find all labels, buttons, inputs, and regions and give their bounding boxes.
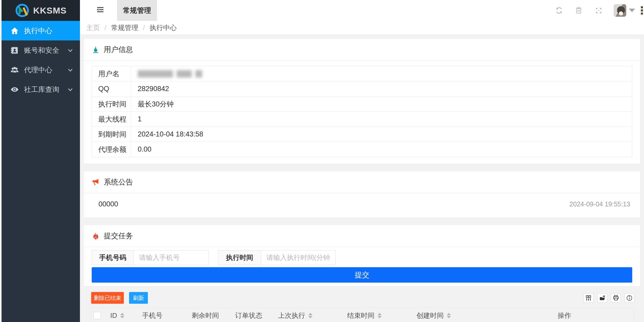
trash-icon[interactable] [575,7,582,14]
user-info-header: 用户信息 [84,39,640,61]
column-label: 创建时间 [416,311,444,320]
sort-icon[interactable] [378,313,382,318]
columns-filter-icon[interactable] [584,293,594,303]
user-info-card: 用户信息 用户名 QQ 28290842 执行时间 [84,39,640,164]
tab-general-management[interactable]: 常规管理 [117,0,157,21]
breadcrumb-home[interactable]: 主页 [86,23,100,32]
sort-icon[interactable] [120,313,124,318]
phone-label: 手机号码 [92,250,134,265]
table-header-row: ID 手机号 剩余时间 订单状态 上次执行 结束时间 [91,308,634,322]
sidebar-item-account-security[interactable]: 账号和安全 [2,40,80,60]
task-table-region: 删除已结束 刷新 [91,286,634,322]
column-header-remaining: 剩余时间 [192,311,235,320]
breadcrumb: 主页 / 常规管理 / 执行中心 [80,21,644,35]
print-icon[interactable] [611,293,621,303]
breadcrumb-general[interactable]: 常规管理 [111,23,138,32]
chevron-down-icon [67,87,73,92]
table-row: 代理余额 0.00 [92,142,632,157]
table-tools [584,293,634,303]
sidebar-item-exec-center[interactable]: 执行中心 [2,21,80,40]
refresh-icon[interactable] [555,7,563,14]
chevron-down-icon [67,47,73,53]
megaphone-icon [92,178,100,186]
column-header-create-time[interactable]: 创建时间 [416,311,495,320]
row-value-redacted [131,66,632,81]
card-title: 系统公告 [104,177,133,187]
info-icon[interactable] [624,293,634,303]
column-label: 上次执行 [278,311,305,320]
row-value: 最长30分钟 [131,97,632,112]
home-icon [10,27,19,35]
submit-button[interactable]: 提交 [92,267,632,283]
table-row: 最大线程 1 [92,112,632,127]
users-icon [10,66,19,74]
breadcrumb-exec-center: 执行中心 [149,23,177,32]
sidebar-item-label: 代理中心 [24,65,52,75]
avatar[interactable] [614,4,626,17]
eye-icon [10,85,19,94]
more-dots-icon[interactable] [641,6,643,15]
row-value: 28290842 [131,81,632,97]
column-header-last-exec[interactable]: 上次执行 [278,311,347,320]
fullscreen-icon[interactable] [595,7,602,14]
menu-collapse-icon[interactable] [97,7,103,14]
row-label: 最大线程 [92,112,131,127]
user-info-table: 用户名 QQ 28290842 执行时间 最长30分钟 最大线程 [92,66,632,157]
column-label: 结束时间 [347,311,374,320]
window-edge [0,0,2,322]
column-label: 操作 [558,311,571,320]
sidebar-item-agent-center[interactable]: 代理中心 [2,60,80,80]
exec-time-label: 执行时间 [218,250,261,265]
table-row: QQ 28290842 [92,81,632,97]
card-title: 提交任务 [104,231,133,241]
table-row: 用户名 [92,66,632,81]
export-icon[interactable] [597,293,607,303]
column-label: 剩余时间 [192,311,219,320]
row-label: 到期时间 [92,127,131,142]
task-form-row: 手机号码 执行时间 [92,250,632,265]
column-header-action: 操作 [495,311,634,320]
breadcrumb-separator: / [105,24,106,32]
table-row: 到期时间 2024-10-04 18:43:58 [92,127,632,142]
column-header-id[interactable]: ID [110,312,142,320]
refresh-button[interactable]: 刷新 [129,292,148,304]
kksms-logo-icon [15,3,30,18]
column-header-end-time[interactable]: 结束时间 [347,311,416,320]
topbar-right [555,0,644,21]
select-all-checkbox[interactable] [94,312,101,319]
app-title: KKSMS [33,5,67,16]
leaf-flame-icon [92,46,100,53]
sidebar: KKSMS 执行中心 账号和安全 代理中心 社工库查询 [2,0,80,322]
sidebar-item-label: 执行中心 [24,26,52,35]
column-header-phone: 手机号 [142,311,192,320]
announcement-card: 系统公告 00000 2024-09-04 19:55:13 [84,171,640,218]
announcement-content: 00000 [92,200,118,208]
address-book-icon [10,46,19,54]
column-label: ID [110,312,117,320]
row-value: 1 [131,112,632,127]
page-content: 用户信息 用户名 QQ 28290842 执行时间 [80,35,644,322]
delete-finished-button[interactable]: 删除已结束 [91,292,124,304]
row-label: 代理余额 [92,142,131,157]
exec-time-input[interactable] [261,250,336,265]
table-row: 执行时间 最长30分钟 [92,97,632,112]
caret-down-icon[interactable] [629,9,635,12]
row-label: 用户名 [92,66,131,81]
exec-time-input-group: 执行时间 [218,250,336,265]
redacted-username [138,70,632,77]
sidebar-item-label: 账号和安全 [24,46,59,55]
submit-task-card: 提交任务 手机号码 执行时间 提交 [84,225,640,286]
chevron-down-icon [67,67,73,73]
flame-icon [92,232,100,240]
column-label: 手机号 [142,311,163,320]
column-header-status: 订单状态 [235,311,278,320]
sort-icon[interactable] [308,313,312,318]
row-label: 执行时间 [92,97,131,112]
table-toolbar: 删除已结束 刷新 [91,286,634,308]
sidebar-item-sgk-query[interactable]: 社工库查询 [2,80,80,99]
phone-input[interactable] [134,250,209,265]
row-value: 0.00 [131,142,632,157]
phone-input-group: 手机号码 [92,250,209,265]
announcement-timestamp: 2024-09-04 19:55:13 [570,200,632,208]
sort-icon[interactable] [447,313,451,318]
